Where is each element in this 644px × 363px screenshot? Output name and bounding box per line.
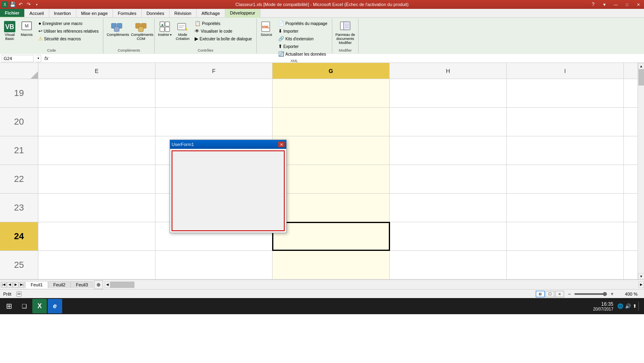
cell-E22[interactable] — [38, 165, 155, 193]
panneau-documents-btn[interactable]: Panneau dedocumentsModifier — [334, 19, 357, 46]
redo-quick-btn[interactable]: ↷ — [25, 1, 32, 8]
scroll-down-btn[interactable]: ▼ — [638, 273, 644, 280]
tab-fichier[interactable]: Fichier — [0, 9, 25, 18]
row-num-19[interactable]: 19 — [0, 79, 38, 107]
maximize-btn[interactable]: □ — [621, 0, 633, 9]
row-num-24[interactable]: 24 — [0, 222, 38, 250]
cell-ref-dropdown-btn[interactable]: ▾ — [36, 55, 41, 62]
securite-macros-btn[interactable]: ⚠ Sécurité des macros — [37, 35, 100, 42]
proprietes-mappage-btn[interactable]: 📄 Propriétés du mappage — [277, 20, 329, 27]
tab-accueil[interactable]: Accueil — [25, 9, 49, 17]
visualiser-code-btn[interactable]: 👁 Visualiser le code — [193, 28, 253, 34]
row-num-20[interactable]: 20 — [0, 108, 38, 136]
actualiser-btn[interactable]: 🔄 Actualiser les données — [277, 51, 329, 57]
cell-E19[interactable] — [38, 79, 155, 107]
col-header-H[interactable]: H — [390, 63, 507, 79]
visual-basic-btn[interactable]: VB VisualBasic — [2, 19, 18, 42]
cell-G20[interactable] — [273, 108, 390, 136]
cell-I20[interactable] — [507, 108, 624, 136]
sheet-last-btn[interactable]: ▶| — [19, 282, 25, 288]
horiz-scroll-thumb[interactable] — [110, 282, 134, 288]
cell-H20[interactable] — [390, 108, 507, 136]
cell-E24[interactable] — [38, 222, 155, 250]
prêt-icon[interactable] — [16, 291, 22, 297]
executer-btn[interactable]: ▶ Exécuter la boîte de dialogue — [193, 35, 253, 42]
tab-revision[interactable]: Révision — [170, 9, 197, 17]
save-quick-btn[interactable]: 💾 — [9, 1, 16, 8]
cell-E25[interactable] — [38, 251, 155, 279]
cell-E23[interactable] — [38, 194, 155, 222]
ribbon-toggle-btn[interactable]: ▼ — [599, 0, 610, 9]
cell-I22[interactable] — [507, 165, 624, 193]
cell-G21[interactable] — [273, 136, 390, 165]
add-sheet-btn[interactable]: ⊕ — [94, 280, 103, 289]
zoom-out-btn[interactable]: − — [566, 291, 573, 297]
zoom-slider[interactable] — [575, 293, 607, 295]
task-view-btn[interactable]: ❑ — [17, 299, 31, 313]
sheet-next-btn[interactable]: ▶ — [13, 282, 19, 288]
complements-com-btn[interactable]: ComplémentsCOM — [129, 19, 153, 42]
tab-insertion[interactable]: Insertion — [49, 9, 76, 17]
cell-H22[interactable] — [390, 165, 507, 193]
tab-formules[interactable]: Formules — [113, 9, 142, 17]
exporter-btn[interactable]: ⬆ Exporter — [277, 43, 329, 50]
cell-H23[interactable] — [390, 194, 507, 222]
help-btn[interactable]: ? — [587, 0, 599, 9]
cell-I21[interactable] — [507, 136, 624, 165]
col-header-E[interactable]: E — [38, 63, 155, 79]
page-layout-view-btn[interactable]: ☐ — [545, 291, 554, 297]
row-num-21[interactable]: 21 — [0, 136, 38, 165]
sheet-tab-feuil3[interactable]: Feuil3 — [71, 281, 93, 288]
close-btn[interactable]: ✕ — [633, 0, 644, 9]
cell-E20[interactable] — [38, 108, 155, 136]
userform-body[interactable] — [172, 150, 285, 231]
vertical-scrollbar[interactable]: ▲ ▼ — [638, 63, 644, 280]
sheet-prev-btn[interactable]: ◀ — [7, 282, 13, 288]
importer-btn[interactable]: ⬇ Importer — [277, 28, 329, 34]
vert-scroll-thumb[interactable] — [638, 69, 644, 86]
cell-G19[interactable] — [273, 79, 390, 107]
cell-E21[interactable] — [38, 136, 155, 165]
inserer-dropdown-icon[interactable]: ▾ — [170, 33, 172, 37]
source-btn[interactable]: XML Source — [258, 19, 275, 38]
normal-view-btn[interactable]: ⊞ — [536, 291, 545, 297]
excel-taskbar-btn[interactable]: X — [32, 299, 47, 313]
tab-donnees[interactable]: Données — [142, 9, 170, 17]
references-relatives-btn[interactable]: ↩ Utiliser les références relatives — [37, 28, 100, 34]
col-header-F[interactable]: F — [155, 63, 273, 79]
cell-G22[interactable] — [273, 165, 390, 193]
kits-extension-btn[interactable]: 🔗 Kits d'extension — [277, 35, 329, 42]
complements-btn[interactable]: Compléments — [105, 19, 128, 38]
cell-H19[interactable] — [390, 79, 507, 107]
cell-G23[interactable] — [273, 194, 390, 222]
cell-F19[interactable] — [155, 79, 273, 107]
ie-taskbar-btn[interactable]: e — [48, 299, 62, 313]
scroll-left-btn[interactable]: ◀ — [105, 282, 110, 288]
cell-I24[interactable] — [507, 222, 624, 250]
minimize-btn[interactable]: — — [610, 0, 621, 9]
page-break-view-btn[interactable]: ≡ — [555, 291, 564, 297]
cell-I19[interactable] — [507, 79, 624, 107]
cell-F25[interactable] — [155, 251, 273, 279]
tab-affichage[interactable]: Affichage — [197, 9, 225, 17]
horiz-scroll[interactable]: ◀ ▶ — [105, 282, 644, 288]
tab-mise-en-page[interactable]: Mise en page — [76, 9, 113, 17]
row-num-22[interactable]: 22 — [0, 165, 38, 193]
undo-quick-btn[interactable]: ↶ — [17, 1, 24, 8]
proprietes-btn[interactable]: 📋 Propriétés — [193, 20, 253, 27]
cell-I25[interactable] — [507, 251, 624, 279]
col-header-I[interactable]: I — [507, 63, 624, 79]
col-header-G[interactable]: G — [273, 63, 390, 79]
userform-close-btn[interactable]: ✕ — [278, 142, 285, 147]
userform-titlebar[interactable]: UserForm1 ✕ — [170, 140, 286, 149]
cell-G25[interactable] — [273, 251, 390, 279]
inserer-btn[interactable]: Insérer ▾ — [156, 19, 173, 38]
scroll-right-btn[interactable]: ▶ — [638, 282, 644, 288]
scroll-up-btn[interactable]: ▲ — [638, 63, 644, 69]
enregistrer-macro-btn[interactable]: ● Enregistrer une macro — [37, 20, 100, 27]
cell-reference-box[interactable]: G24 — [2, 55, 34, 62]
qa-dropdown-btn[interactable]: ▾ — [33, 1, 40, 8]
sheet-tab-feuil1[interactable]: Feuil1 — [25, 281, 48, 288]
cell-F20[interactable] — [155, 108, 273, 136]
tab-developpeur[interactable]: Développeur — [225, 9, 260, 18]
